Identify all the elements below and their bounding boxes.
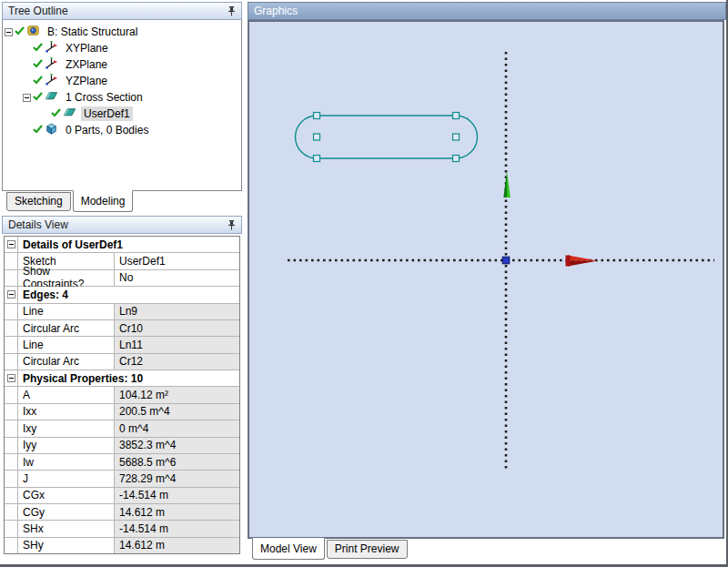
row-label: Ixx: [18, 404, 115, 420]
details-row: SHx -14.514 m: [5, 521, 239, 537]
cross-section-icon: [45, 89, 59, 106]
tree-outline-header: Tree Outline: [2, 2, 242, 20]
row-value: 728.29 m^4: [115, 471, 239, 486]
tree-item-yzplane[interactable]: YZPlane: [3, 73, 241, 89]
row-value: 14.612 m: [115, 538, 239, 553]
slot-sketch[interactable]: [296, 113, 478, 162]
details-row: Show Constraints? No: [5, 270, 239, 287]
tree-tabstrip: Sketching Modeling: [2, 191, 242, 213]
graphics-panel: Graphics: [248, 2, 726, 562]
tree-outline-body: B: Static Structural XYPlane ZXPlane YZP…: [2, 20, 242, 191]
tree-item-label: 1 Cross Section: [63, 90, 146, 105]
details-row: Ixy 0 m^4: [5, 420, 239, 437]
details-row: A 104.12 m²: [5, 387, 239, 403]
row-label: A: [18, 387, 115, 402]
details-view-title: Details View: [8, 218, 225, 231]
plane-triad-icon: [45, 73, 59, 89]
y-axis-arrow: [503, 171, 511, 197]
row-value: 5688.5 m^6: [115, 454, 239, 470]
row-value[interactable]: No: [115, 270, 239, 286]
row-value: 200.5 m^4: [115, 404, 239, 420]
project-box-icon: [26, 24, 41, 40]
row-value: 14.612 m: [115, 504, 239, 520]
collapse-icon[interactable]: [7, 240, 15, 248]
plane-triad-icon: [45, 40, 59, 56]
collapse-icon[interactable]: [5, 28, 13, 36]
check-icon: [33, 42, 44, 55]
details-view-panel: Details View Details of UserDef1 Sketch …: [2, 216, 242, 554]
details-row: Line Ln11: [5, 337, 239, 353]
row-value: -14.514 m: [115, 521, 239, 536]
graphics-tabstrip: Model View Print Preview: [248, 539, 724, 561]
check-icon: [15, 25, 25, 38]
details-row: Iw 5688.5 m^6: [5, 454, 239, 471]
graphics-header: Graphics: [248, 2, 726, 20]
x-axis-arrow: [566, 256, 599, 267]
tree-item-label: ZXPlane: [63, 57, 110, 72]
section-title: Details of UserDef1: [18, 237, 239, 252]
tree-item-label: 0 Parts, 0 Bodies: [63, 123, 151, 137]
tree-outline-panel: Tree Outline B: Static Structural XYPlan…: [2, 2, 242, 213]
row-label: Line: [18, 304, 115, 319]
collapse-icon[interactable]: [23, 94, 31, 102]
details-row: Ixx 200.5 m^4: [5, 404, 239, 420]
row-label: CGy: [18, 504, 115, 520]
details-section-row: Details of UserDef1: [5, 237, 239, 253]
tab-sketching[interactable]: Sketching: [6, 192, 71, 211]
tree-item-label: UserDef1: [81, 106, 133, 121]
row-value: Cr12: [115, 354, 239, 370]
row-label: Show Constraints?: [18, 270, 115, 286]
tree-item-parts-bodies[interactable]: 0 Parts, 0 Bodies: [3, 122, 241, 138]
tree-item-zxplane[interactable]: ZXPlane: [3, 56, 241, 73]
pin-icon[interactable]: [225, 5, 238, 17]
check-icon: [33, 58, 44, 71]
details-row: CGy 14.612 m: [5, 504, 239, 521]
row-value: Cr10: [115, 320, 239, 336]
tree-item-label: YZPlane: [63, 74, 110, 88]
bodies-cube-icon: [45, 122, 59, 138]
section-title: Physical Properties: 10: [18, 370, 239, 386]
row-label: J: [18, 471, 115, 486]
collapse-icon[interactable]: [7, 374, 15, 382]
graphics-viewport[interactable]: [248, 20, 724, 539]
check-icon: [33, 75, 44, 87]
row-label: SHy: [18, 538, 115, 553]
row-value: 3852.3 m^4: [115, 438, 239, 453]
row-label: SHx: [18, 521, 115, 536]
check-icon: [33, 124, 44, 137]
sketch-handles[interactable]: [314, 113, 460, 162]
row-label: Ixy: [18, 420, 115, 436]
tree-item-cross-section[interactable]: 1 Cross Section: [3, 89, 241, 106]
tab-modeling[interactable]: Modeling: [73, 190, 134, 212]
details-table: Details of UserDef1 Sketch UserDef1 Show…: [4, 236, 240, 554]
model-scene: [249, 22, 723, 537]
section-title: Edges: 4: [18, 287, 239, 302]
row-value[interactable]: UserDef1: [115, 253, 239, 268]
tab-print-preview[interactable]: Print Preview: [327, 540, 408, 559]
tree-item-static-structural[interactable]: B: Static Structural: [3, 24, 241, 40]
check-icon: [33, 91, 44, 104]
details-section-row: Edges: 4: [5, 287, 239, 303]
tree-item-label: B: Static Structural: [45, 25, 140, 39]
check-icon: [51, 107, 62, 120]
cross-section-icon: [63, 106, 77, 122]
details-row: J 728.29 m^4: [5, 471, 239, 487]
graphics-title: Graphics: [254, 5, 298, 17]
details-row: Circular Arc Cr10: [5, 320, 239, 337]
details-view-header: Details View: [2, 216, 242, 234]
row-label: Circular Arc: [18, 354, 115, 370]
row-label: Iw: [18, 454, 115, 470]
plane-triad-icon: [45, 56, 59, 73]
row-label: CGx: [18, 488, 115, 503]
tree-item-userdef1[interactable]: UserDef1: [3, 106, 241, 122]
tab-model-view[interactable]: Model View: [252, 538, 325, 560]
tree-item-xyplane[interactable]: XYPlane: [3, 40, 241, 56]
tree-outline-title: Tree Outline: [8, 5, 225, 17]
row-value: 0 m^4: [115, 420, 239, 436]
details-row: CGx -14.514 m: [5, 488, 239, 504]
details-section-row: Physical Properties: 10: [5, 370, 239, 387]
pin-icon[interactable]: [225, 218, 238, 231]
collapse-icon[interactable]: [7, 290, 15, 299]
details-row: Line Ln9: [5, 304, 239, 320]
row-label: Line: [18, 337, 115, 352]
